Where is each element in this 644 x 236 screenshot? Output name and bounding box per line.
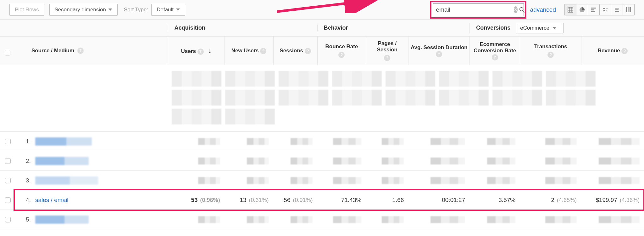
col-new-users[interactable]: New Users ?	[225, 37, 273, 65]
toolbar: Plot Rows Secondary dimension Sort Type:…	[0, 0, 644, 20]
group-acquisition: Acquisition	[168, 25, 317, 31]
help-icon[interactable]: ?	[260, 48, 266, 54]
svg-rect-9	[591, 8, 596, 9]
conversions-segment-dropdown[interactable]: eCommerce	[516, 23, 564, 33]
col-bounce-rate[interactable]: Bounce Rate?	[317, 37, 366, 65]
search-icon	[519, 7, 525, 13]
svg-rect-14	[603, 10, 605, 11]
help-icon[interactable]: ?	[436, 51, 442, 57]
view-pie-icon[interactable]	[576, 4, 588, 15]
help-icon[interactable]: ?	[338, 52, 345, 58]
caret-down-icon	[176, 9, 180, 11]
search-input[interactable]	[433, 6, 514, 13]
col-bounce-label: Bounce Rate	[325, 43, 358, 49]
plot-rows-button[interactable]: Plot Rows	[9, 4, 44, 16]
col-trans-label: Transactions	[534, 43, 567, 49]
help-icon[interactable]: ?	[621, 48, 628, 54]
row-checkbox[interactable]	[5, 197, 11, 203]
svg-rect-20	[628, 7, 629, 12]
view-data-table-icon[interactable]	[564, 4, 576, 15]
table-row: 5.	[0, 210, 644, 229]
svg-line-2	[523, 10, 524, 12]
row-checkbox[interactable]	[5, 139, 11, 144]
svg-rect-13	[606, 8, 608, 9]
summary-row-redacted	[0, 65, 644, 132]
redacted-name	[35, 137, 92, 146]
group-conversions: Conversions	[476, 25, 510, 31]
cell-revenue: $199.97(4.36%)	[581, 197, 644, 204]
col-sessions-label: Sessions	[280, 48, 303, 54]
col-source-medium-label: Source / Medium	[31, 48, 74, 54]
view-mode-buttons	[565, 4, 635, 15]
search-box: ✕	[433, 3, 524, 16]
svg-rect-19	[626, 7, 627, 12]
help-icon[interactable]: ?	[77, 48, 84, 54]
cell-users: 53(0.96%)	[168, 197, 225, 204]
help-icon[interactable]: ?	[197, 49, 204, 55]
col-new-users-label: New Users	[231, 48, 259, 54]
clear-search-icon[interactable]: ✕	[514, 6, 518, 13]
cell-transactions: 2(4.65%)	[520, 197, 581, 204]
col-revenue[interactable]: Revenue ?	[581, 37, 644, 65]
table-row: 2.	[0, 151, 644, 171]
row-index: 5.	[16, 216, 31, 223]
redacted-name	[35, 157, 89, 165]
source-medium-link[interactable]: sales / email	[35, 197, 69, 203]
help-icon[interactable]: ?	[492, 54, 498, 60]
col-sessions[interactable]: Sessions ?	[273, 37, 317, 65]
sort-type-dropdown[interactable]: Default	[151, 4, 185, 16]
row-index: 4.	[16, 197, 31, 204]
col-pages-session[interactable]: Pages / Session?	[366, 37, 408, 65]
conversions-segment-label: eCommerce	[520, 25, 549, 31]
view-bar-icon[interactable]	[588, 4, 600, 15]
row-index: 3.	[16, 177, 31, 184]
redacted-name	[35, 216, 89, 224]
cell-conv-rate: 3.57%	[469, 197, 520, 204]
cell-pages: 1.66	[366, 197, 408, 204]
col-users[interactable]: Users ? ↓	[168, 37, 225, 65]
cell-bounce: 71.43%	[317, 197, 366, 204]
sort-type-value: Default	[157, 7, 174, 13]
row-checkbox[interactable]	[5, 158, 11, 164]
advanced-link[interactable]: advanced	[530, 6, 556, 13]
select-all-checkbox[interactable]	[5, 50, 10, 55]
svg-rect-10	[591, 9, 594, 10]
col-conv-rate[interactable]: Ecommerce Conversion Rate ?	[469, 37, 520, 65]
svg-rect-21	[630, 7, 631, 12]
col-duration-label: Avg. Session Duration	[411, 44, 468, 50]
col-rev-label: Revenue	[598, 48, 620, 54]
help-icon[interactable]: ?	[384, 55, 390, 61]
col-transactions[interactable]: Transactions?	[520, 37, 581, 65]
svg-line-0	[277, 0, 374, 12]
search-button[interactable]	[519, 4, 525, 16]
table-header: Acquisition Behavior Conversions eCommer…	[0, 20, 644, 65]
secondary-dimension-dropdown[interactable]: Secondary dimension	[49, 4, 118, 16]
sort-desc-icon: ↓	[208, 47, 212, 55]
secondary-dimension-label: Secondary dimension	[55, 7, 106, 13]
col-conv-label: Ecommerce Conversion Rate	[474, 41, 516, 54]
view-cloud-icon[interactable]	[611, 4, 623, 15]
col-source-medium[interactable]: Source / Medium ?	[0, 37, 168, 65]
table-row: 4. sales / email 53(0.96%) 13(0.61%) 56(…	[0, 190, 644, 210]
cell-sessions: 56(0.91%)	[273, 197, 317, 204]
caret-down-icon	[108, 9, 112, 11]
help-icon[interactable]: ?	[547, 52, 554, 58]
col-users-label: Users	[181, 48, 196, 54]
svg-rect-3	[568, 7, 573, 12]
group-behavior: Behavior	[317, 25, 470, 31]
table-row: 1.	[0, 132, 644, 151]
row-checkbox[interactable]	[5, 217, 11, 222]
view-comparison-icon[interactable]	[599, 4, 611, 15]
cell-duration: 00:01:27	[408, 197, 469, 204]
caret-down-icon	[552, 27, 556, 29]
col-avg-duration[interactable]: Avg. Session Duration ?	[408, 37, 469, 65]
row-checkbox[interactable]	[5, 178, 11, 183]
help-icon[interactable]: ?	[305, 48, 311, 54]
annotation-arrow	[277, 0, 380, 13]
col-pages-label: Pages / Session	[377, 40, 397, 53]
sort-type-label: Sort Type:	[124, 7, 148, 13]
svg-rect-11	[591, 11, 595, 12]
table-row: 3.	[0, 171, 644, 190]
view-pivot-icon[interactable]	[623, 4, 635, 15]
row-index: 1.	[16, 138, 31, 145]
